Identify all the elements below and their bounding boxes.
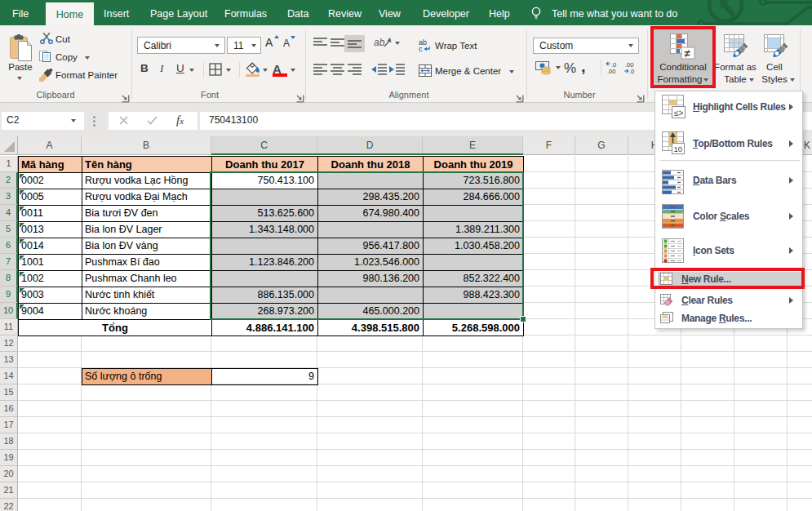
svg-text:≤>: ≤> bbox=[674, 109, 683, 118]
svg-text:c: c bbox=[419, 45, 423, 52]
svg-text:10: 10 bbox=[674, 144, 683, 153]
svg-text:.00: .00 bbox=[607, 68, 615, 74]
svg-text:ab: ab bbox=[374, 37, 385, 48]
svg-text:.0: .0 bbox=[629, 68, 634, 74]
